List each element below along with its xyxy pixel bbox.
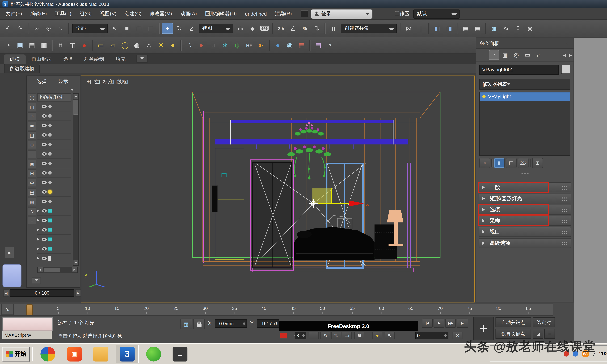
object-color-swatch[interactable] <box>561 65 570 74</box>
window-crossing-icon[interactable]: ◫ <box>145 23 157 34</box>
explorer-bottom-caret[interactable] <box>32 277 41 284</box>
visibility-eye-icon[interactable] <box>42 114 47 117</box>
bind-to-space-warp-icon[interactable]: ≈ <box>55 23 66 34</box>
particle-system-icon[interactable]: ∴ <box>184 40 195 51</box>
explorer-row[interactable] <box>37 140 71 149</box>
key-tangent-icon[interactable]: ◢ <box>533 329 543 339</box>
help-icon[interactable]: ? <box>325 40 336 51</box>
scrollbar-thumb[interactable] <box>44 268 60 272</box>
display-geometry-icon[interactable]: ▢ <box>28 103 36 111</box>
x-coordinate-field[interactable]: -0.0mm <box>215 319 247 328</box>
spinner-icon[interactable] <box>242 321 245 326</box>
select-and-manipulate-icon[interactable]: ◆ <box>247 23 258 34</box>
frame-number-field[interactable]: 0 <box>415 332 449 339</box>
tray-date[interactable]: 2021/3/31 <box>599 351 607 357</box>
infocenter-icon[interactable] <box>301 10 308 17</box>
select-and-scale-icon[interactable]: ⊿ <box>186 23 197 34</box>
data-table-icon[interactable]: ▥ <box>38 40 50 51</box>
key-mode-icon[interactable]: ⊙ <box>453 332 462 339</box>
find-icon[interactable]: ∿ <box>28 207 36 215</box>
current-frame-marker[interactable] <box>26 304 33 315</box>
play-animation-button[interactable]: ▶ <box>434 319 444 328</box>
mini-curve-editor-icon[interactable]: ∿ <box>1 304 13 315</box>
metaball-icon[interactable]: ● <box>196 40 207 51</box>
command-panel-header[interactable]: 命令面板 × <box>476 38 574 49</box>
layers-stack-icon[interactable]: ▤ <box>313 40 324 51</box>
start-button[interactable]: 开始 <box>2 347 30 362</box>
monitor-capture-icon[interactable]: ▦ <box>296 40 307 51</box>
visibility-eye-icon[interactable] <box>42 247 47 250</box>
menu-item[interactable]: 创建(C) <box>120 8 145 20</box>
make-unique-icon[interactable]: ◫ <box>506 158 516 168</box>
modify-tab-icon[interactable]: ◔ <box>489 50 499 60</box>
selection-filter-dropdown[interactable]: 全部 <box>72 24 108 33</box>
toolbar-icon[interactable] <box>428 23 429 34</box>
spinner-snap-icon[interactable]: ⇅ <box>311 23 323 34</box>
toolbar-icon[interactable] <box>68 23 69 34</box>
visibility-eye-icon[interactable] <box>42 105 47 108</box>
display-lights-icon[interactable]: ◉ <box>28 122 36 130</box>
modifier-stack[interactable]: VRayLight <box>479 92 570 156</box>
menu-item[interactable]: 动画(A) <box>176 8 201 20</box>
toggle-scene-explorer-icon[interactable]: ◧ <box>432 23 443 34</box>
film-clip-icon[interactable]: ◫ <box>67 40 78 51</box>
expand-arrow-icon[interactable] <box>37 210 40 212</box>
add-button-panel[interactable]: + <box>473 317 494 340</box>
rectangular-selection-region-icon[interactable]: ▢ <box>133 23 145 34</box>
bulb-icon[interactable]: ● <box>372 332 383 339</box>
rollout-header[interactable]: 一般 <box>479 182 571 192</box>
maxscript-mini-listener[interactable] <box>2 317 53 331</box>
named-selection-sets-dropdown[interactable]: 创建选择集 <box>341 24 397 33</box>
toolbar-icon[interactable] <box>325 23 326 34</box>
keyboard-shortcut-override-icon[interactable]: ⌨ <box>259 23 270 34</box>
redo-icon[interactable]: ↷ <box>14 23 26 34</box>
prompt-lines-icon[interactable]: ≋ <box>354 332 364 339</box>
visibility-eye-icon[interactable] <box>42 228 47 232</box>
render-production-icon[interactable]: ◉ <box>525 23 536 34</box>
taskbar-app-files[interactable] <box>89 345 112 363</box>
select-object-icon[interactable]: ↖ <box>109 23 120 34</box>
stack-tool-icon[interactable] <box>491 159 492 167</box>
spreadsheet-view-icon[interactable]: ▤ <box>26 40 38 51</box>
sun-light-icon[interactable]: ☀ <box>155 40 166 51</box>
toolbar-icon[interactable] <box>269 40 270 51</box>
taskbar-app-capture[interactable]: ▭ <box>169 345 192 363</box>
explorer-row[interactable] <box>37 206 71 216</box>
scroll-down-icon[interactable] <box>73 260 78 265</box>
curve-editor-icon[interactable]: ▦ <box>460 23 471 34</box>
unlink-selection-icon[interactable]: ⊘ <box>43 23 54 34</box>
ribbon-tab[interactable]: 选择 <box>57 54 79 64</box>
reference-coordinate-dropdown[interactable]: 视图 <box>198 24 233 33</box>
toolbar-icon[interactable] <box>457 23 458 34</box>
set-key-button[interactable]: 设置关键点 <box>495 329 531 339</box>
explorer-row[interactable] <box>37 235 71 244</box>
expand-arrow-icon[interactable] <box>37 248 40 250</box>
taskbar-app-3dsmax[interactable]: 3 <box>116 345 139 363</box>
toolbar-icon[interactable] <box>272 23 273 34</box>
hf-badge-icon[interactable]: HF <box>244 40 255 51</box>
menu-item[interactable]: 修改器(M) <box>145 8 176 20</box>
material-editor-icon[interactable]: ◍ <box>488 23 500 34</box>
drag-grip-icon[interactable] <box>562 197 568 201</box>
select-and-move-icon[interactable]: + <box>162 23 173 34</box>
explorer-row[interactable] <box>37 159 71 168</box>
bitmap-image-icon[interactable]: ▣ <box>14 40 26 51</box>
remove-modifier-icon[interactable]: ⌦ <box>518 158 528 168</box>
capsule-primitive-icon[interactable]: ▱ <box>107 40 119 51</box>
polygon-modeling-tab[interactable]: 多边形建模 <box>4 64 40 73</box>
wire-color-swatch[interactable] <box>280 333 287 338</box>
filter-icon[interactable]: ▦ <box>28 198 36 206</box>
display-xrefs-icon[interactable]: ⊟ <box>28 169 36 177</box>
explorer-row[interactable] <box>37 216 71 225</box>
expand-arrow-icon[interactable] <box>37 238 40 240</box>
rollout-header[interactable]: 矩形/圆形灯光 <box>479 194 571 204</box>
display-groups-icon[interactable]: ▣ <box>28 160 36 168</box>
menu-item[interactable]: 视图(V) <box>96 8 120 20</box>
ribbon-tab[interactable]: 填充 <box>110 54 131 64</box>
pin-stack-icon[interactable]: ⌖ <box>479 158 490 168</box>
explorer-row[interactable] <box>37 197 71 206</box>
taskbar-app-media[interactable] <box>36 345 59 363</box>
visibility-eye-icon[interactable] <box>42 200 47 203</box>
display-shapes-icon[interactable]: ◇ <box>28 112 36 120</box>
scroll-right-icon[interactable] <box>72 267 77 273</box>
